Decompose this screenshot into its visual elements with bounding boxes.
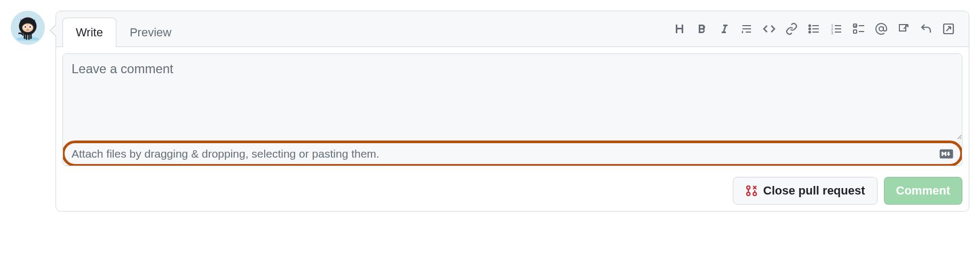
svg-text:3: 3 <box>831 31 833 35</box>
svg-point-5 <box>25 26 26 28</box>
ordered-list-icon: 123 <box>830 22 843 35</box>
bold-button[interactable] <box>692 19 712 38</box>
svg-point-0 <box>17 37 39 41</box>
svg-text:1: 1 <box>831 24 833 27</box>
tab-preview[interactable]: Preview <box>116 18 185 47</box>
svg-point-6 <box>29 26 31 28</box>
close-pull-request-label: Close pull request <box>763 184 865 198</box>
task-list-button[interactable] <box>849 19 868 38</box>
unordered-list-button[interactable] <box>804 19 824 38</box>
italic-icon <box>718 22 731 35</box>
svg-point-19 <box>747 186 750 189</box>
fullscreen-icon <box>942 22 955 35</box>
heading-button[interactable] <box>670 19 689 38</box>
reply-button[interactable] <box>916 19 936 38</box>
quote-button[interactable] <box>737 19 756 38</box>
comment-button-label: Comment <box>896 184 950 198</box>
attach-files-bar[interactable]: Attach files by dragging & dropping, sel… <box>63 142 962 166</box>
bold-icon <box>696 22 708 35</box>
svg-point-16 <box>879 27 883 31</box>
reply-icon <box>920 22 932 35</box>
toolbar: 123 <box>670 19 962 38</box>
unordered-list-icon <box>808 22 820 35</box>
markdown-supported-icon[interactable] <box>939 149 953 159</box>
fullscreen-button[interactable] <box>939 19 958 38</box>
ordered-list-button[interactable]: 123 <box>827 19 846 38</box>
svg-point-21 <box>753 192 756 196</box>
footer-actions: Close pull request Comment <box>56 173 969 211</box>
tab-bar: Write Preview <box>56 11 969 47</box>
link-icon <box>785 22 798 35</box>
svg-point-8 <box>809 25 811 27</box>
link-button[interactable] <box>782 19 801 38</box>
svg-point-7 <box>27 29 28 30</box>
svg-point-10 <box>809 32 811 33</box>
svg-point-9 <box>809 28 811 30</box>
heading-icon <box>673 22 686 35</box>
cross-reference-icon <box>897 22 910 35</box>
git-pull-request-closed-icon <box>745 184 758 197</box>
quote-icon <box>740 22 753 35</box>
comment-button[interactable]: Comment <box>884 177 962 205</box>
code-button[interactable] <box>760 19 779 38</box>
mention-button[interactable] <box>872 19 891 38</box>
svg-text:2: 2 <box>831 27 833 31</box>
italic-button[interactable] <box>715 19 734 38</box>
mention-icon <box>875 22 888 35</box>
octocat-icon <box>15 15 41 41</box>
avatar[interactable] <box>11 11 45 45</box>
close-pull-request-button[interactable]: Close pull request <box>733 177 878 205</box>
comment-box: Write Preview <box>56 11 969 212</box>
svg-point-20 <box>747 192 750 196</box>
code-icon <box>763 22 776 35</box>
reference-button[interactable] <box>894 19 913 38</box>
attach-files-text: Attach files by dragging & dropping, sel… <box>72 147 380 160</box>
tab-write[interactable]: Write <box>62 18 116 47</box>
task-list-icon <box>852 22 865 35</box>
svg-rect-15 <box>853 30 857 33</box>
comment-textarea[interactable] <box>63 54 962 139</box>
